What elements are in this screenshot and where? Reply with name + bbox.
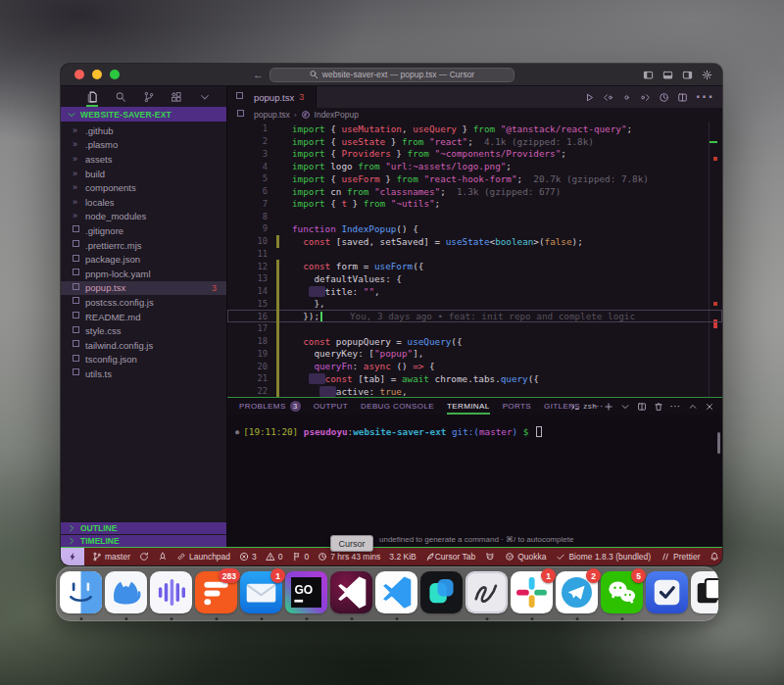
status-biome[interactable]: Biome 1.8.3 (bundled) — [556, 552, 651, 562]
panel-tab-terminal[interactable]: TERMINAL — [447, 398, 490, 415]
terminal-scrollbar[interactable] — [717, 432, 720, 454]
minimize-window-button[interactable] — [92, 70, 102, 79]
dock-app-fox-app[interactable] — [105, 571, 147, 613]
code-line-19[interactable]: 19 queryKey: ["popup"], — [227, 348, 722, 361]
explorer-section-header[interactable]: WEBSITE-SAVER-EXT — [61, 107, 226, 122]
activity-extensions[interactable] — [171, 91, 182, 103]
code-area[interactable]: 1import { useMutation, useQuery } from "… — [227, 122, 722, 397]
sidebar-item-.github[interactable]: ».github — [61, 123, 226, 138]
panel-bottom-icon[interactable] — [662, 70, 673, 80]
dock-app-telegram[interactable]: 2 — [556, 571, 598, 613]
dock-app-mail[interactable]: 1 — [240, 571, 282, 613]
breadcrumb-file[interactable]: popup.tsx — [254, 110, 290, 120]
panel-tab-output[interactable]: OUTPUT — [314, 398, 348, 415]
zoom-window-button[interactable] — [110, 70, 120, 79]
code-line-17[interactable]: 17 — [227, 322, 722, 335]
code-line-13[interactable]: 13 defaultValues: { — [227, 272, 722, 285]
code-line-12[interactable]: 12 const form = useForm({ — [227, 260, 722, 272]
dock-app-cursor[interactable] — [330, 571, 372, 613]
sidebar-section-timeline[interactable]: TIMELINE — [61, 534, 226, 547]
code-line-3[interactable]: 3import { Providers } from "~components/… — [227, 148, 722, 161]
breadcrumb-symbol[interactable]: IndexPopup — [315, 110, 359, 120]
dock-app-notes-app[interactable] — [420, 571, 463, 613]
command-center-search[interactable]: website-saver-ext — popup.tsx — Cursor — [270, 68, 514, 82]
activity-search[interactable] — [115, 91, 126, 103]
dock-app-slack[interactable]: 1 — [511, 571, 553, 613]
status-copilot-cat[interactable] — [485, 552, 495, 562]
activity-source-control[interactable] — [143, 91, 155, 103]
code-line-9[interactable]: 9function IndexPopup() { — [227, 222, 722, 235]
sidebar-item-locales[interactable]: »locales — [61, 195, 226, 210]
panel-tab-ports[interactable]: PORTS — [503, 398, 531, 415]
code-line-14[interactable]: 14 title: "", — [227, 285, 722, 298]
code-line-1[interactable]: 1import { useMutation, useQuery } from "… — [227, 122, 722, 135]
sidebar-item-.gitignore[interactable]: .gitignore — [61, 223, 226, 238]
panel-tab-problems[interactable]: PROBLEMS3 — [239, 398, 301, 415]
code-line-21[interactable]: 21 const [tab] = await chrome.tabs.query… — [227, 372, 722, 385]
nav-back-arrow[interactable]: ← — [253, 69, 264, 80]
maximize-panel-icon[interactable] — [688, 402, 698, 412]
sidebar-item-popup.tsx[interactable]: popup.tsx3 — [61, 281, 226, 296]
sidebar-item-.prettierrc.mjs[interactable]: .prettierrc.mjs — [61, 238, 226, 253]
kill-terminal-icon[interactable] — [654, 402, 663, 412]
dock-app-tasks-app[interactable] — [646, 571, 688, 613]
sidebar-item-assets[interactable]: »assets — [61, 152, 226, 167]
sidebar-item-pnpm-lock.yaml[interactable]: pnpm-lock.yaml — [61, 267, 226, 281]
panel-left-icon[interactable] — [643, 70, 654, 80]
new-terminal-button[interactable] — [604, 402, 613, 412]
code-line-20[interactable]: 20 queryFn: async () => { — [227, 360, 722, 372]
sidebar-section-outline[interactable]: OUTLINE — [61, 521, 226, 534]
dock-app-vscode[interactable] — [375, 571, 417, 613]
panel-right-icon[interactable] — [682, 70, 693, 80]
code-line-18[interactable]: 18 const popupQuery = useQuery({ — [227, 335, 722, 348]
status-gitlens-launchpad-rocket[interactable] — [158, 552, 168, 562]
dock-app-goland[interactable]: GO — [285, 571, 327, 613]
status-wakatime[interactable]: 7 hrs 43 mins — [318, 552, 380, 562]
settings-gear-icon[interactable] — [702, 70, 712, 80]
close-panel-icon[interactable] — [705, 402, 714, 412]
status-cursor-tab[interactable]: Cursor Tab — [435, 552, 475, 562]
status-todo-count[interactable]: 0 — [292, 552, 310, 562]
code-line-8[interactable]: 8 — [227, 210, 722, 222]
status-git-sync[interactable] — [139, 552, 149, 562]
status-quill[interactable] — [425, 552, 435, 562]
status-remote-indicator[interactable] — [61, 548, 84, 565]
close-window-button[interactable] — [74, 70, 84, 79]
sidebar-item-package.json[interactable]: package.json — [61, 252, 226, 267]
code-line-16[interactable]: 16 });You, 3 days ago • feat: init repo … — [227, 310, 722, 322]
split-terminal-icon[interactable] — [637, 402, 647, 412]
code-line-6[interactable]: 6import cn from "classnames"; 1.3k (gzip… — [227, 185, 722, 198]
terminal-dropdown[interactable] — [620, 402, 630, 412]
panel-tab-debug-console[interactable]: DEBUG CONSOLE — [361, 398, 434, 415]
dock-app-soundwave-app[interactable] — [150, 571, 192, 613]
sidebar-item-utils.ts[interactable]: utils.ts — [61, 367, 226, 381]
sidebar-item-style.css[interactable]: style.css — [61, 323, 226, 338]
sidebar-item-node_modules[interactable]: »node_modules — [61, 210, 226, 224]
sidebar-item-tsconfig.json[interactable]: tsconfig.json — [61, 353, 226, 367]
sidebar-item-components[interactable]: »components — [61, 180, 226, 195]
activity-explorer[interactable] — [86, 91, 98, 103]
status-notifications-bell[interactable] — [710, 552, 719, 562]
sidebar-item-README.md[interactable]: README.md — [61, 310, 226, 324]
tab-popup-tsx[interactable]: popup.tsx 3 — [227, 86, 317, 108]
status-launchpad[interactable]: Launchpad — [176, 552, 230, 562]
dock-app-stacked-windows-app[interactable] — [691, 571, 718, 613]
breadcrumb[interactable]: popup.tsx › IndexPopup — [227, 108, 722, 122]
code-line-15[interactable]: 15 }, — [227, 298, 722, 311]
sidebar-item-tailwind.config.js[interactable]: tailwind.config.js — [61, 338, 226, 353]
dock-app-finder[interactable] — [60, 571, 102, 613]
activity-chevron-down[interactable] — [199, 91, 211, 103]
code-line-4[interactable]: 4import logo from "url:~assets/logo.png"… — [227, 160, 722, 172]
status-prettier[interactable]: Prettier — [661, 552, 700, 562]
status-warnings-count[interactable]: 0 — [266, 552, 283, 562]
code-line-10[interactable]: 10 const [saved, setSaved] = useState<bo… — [227, 235, 722, 248]
sidebar-item-.plasmo[interactable]: ».plasmo — [61, 138, 226, 153]
shell-terminal-icon[interactable]: zsh — [570, 402, 597, 412]
code-line-22[interactable]: 22 active: true, — [227, 385, 722, 397]
sidebar-item-postcss.config.js[interactable]: postcss.config.js — [61, 295, 226, 310]
status-quokka[interactable]: Quokka — [505, 552, 546, 562]
dock-app-wechat[interactable]: 5 — [601, 571, 643, 613]
dock-app-rss-reader[interactable]: 283 — [195, 571, 237, 613]
code-line-5[interactable]: 5import { useForm } from "react-hook-for… — [227, 172, 722, 185]
status-git-branch[interactable]: master — [92, 552, 130, 562]
